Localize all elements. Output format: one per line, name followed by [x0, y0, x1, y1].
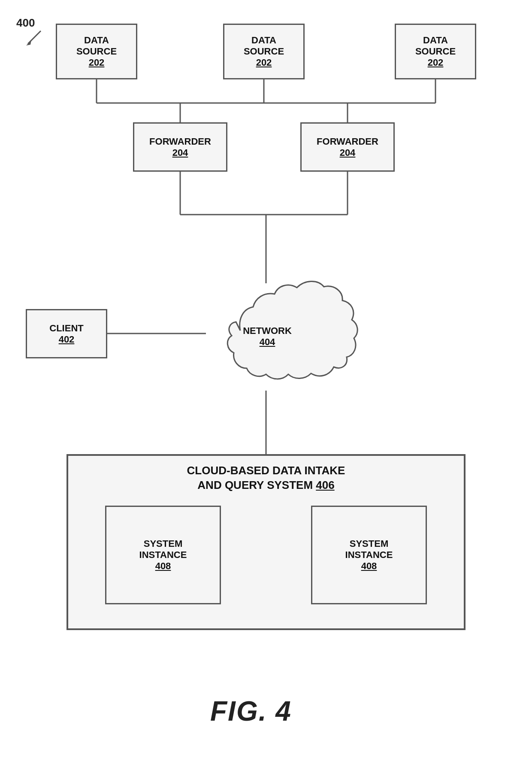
forwarder-2: FORWARDER 204: [300, 122, 395, 172]
network-label: NETWORK 404: [242, 325, 293, 348]
system-instance-2-ref: 408: [361, 561, 377, 572]
data-source-1-ref: 202: [89, 57, 105, 68]
cloud-system-label: CLOUD-BASED DATA INTAKEAND QUERY SYSTEM …: [187, 464, 345, 493]
forwarder-1-ref: 204: [172, 147, 188, 158]
cloud-system-box: CLOUD-BASED DATA INTAKEAND QUERY SYSTEM …: [66, 454, 466, 630]
forwarder-1-label: FORWARDER: [149, 136, 211, 147]
data-source-2-label: DATASOURCE: [244, 35, 284, 57]
forwarder-2-label: FORWARDER: [317, 136, 378, 147]
forwarder-1: FORWARDER 204: [133, 122, 227, 172]
system-instance-1-label: SYSTEMINSTANCE: [139, 538, 187, 561]
data-source-2: DATASOURCE 202: [223, 24, 305, 79]
data-source-1: DATASOURCE 202: [56, 24, 137, 79]
fig-label: FIG. 4: [210, 695, 292, 727]
svg-connectors: [0, 0, 532, 758]
ref-arrow: [24, 27, 49, 48]
data-source-3-ref: 202: [428, 57, 444, 68]
data-source-2-ref: 202: [256, 57, 272, 68]
system-instance-1: SYSTEMINSTANCE 408: [105, 506, 221, 604]
client-ref: 402: [59, 334, 75, 345]
system-instance-1-ref: 408: [155, 561, 171, 572]
system-instance-2-label: SYSTEMINSTANCE: [345, 538, 393, 561]
forwarder-2-ref: 204: [340, 147, 356, 158]
system-instance-2: SYSTEMINSTANCE 408: [311, 506, 427, 604]
svg-marker-17: [26, 40, 31, 45]
data-source-3-label: DATASOURCE: [415, 35, 456, 57]
data-source-1-label: DATASOURCE: [76, 35, 117, 57]
client-label: CLIENT: [49, 323, 83, 334]
data-source-3: DATASOURCE 202: [395, 24, 476, 79]
diagram-container: 400 DATASOURCE 202 DATASOURCE 202 DATASO…: [0, 0, 532, 758]
client: CLIENT 402: [26, 309, 107, 358]
